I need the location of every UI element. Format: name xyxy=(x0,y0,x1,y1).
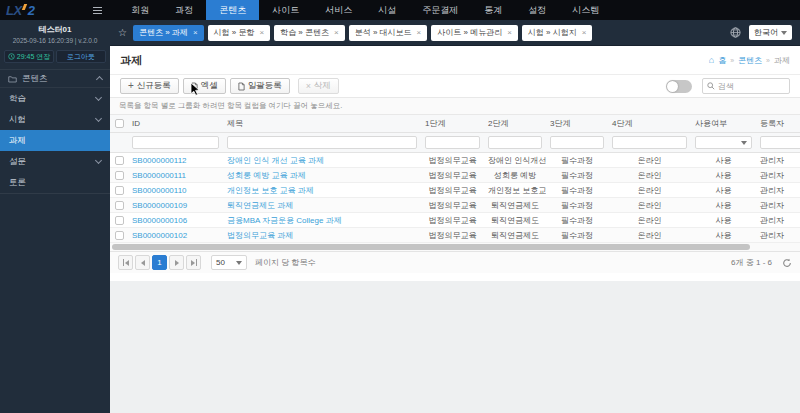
row-checkbox[interactable] xyxy=(115,156,124,165)
column-header-level3[interactable]: 3단계 xyxy=(546,118,608,129)
tab-close-icon[interactable]: × xyxy=(582,28,587,37)
top-nav-item[interactable]: 회원 xyxy=(118,0,162,20)
prev-page-button[interactable] xyxy=(135,255,150,270)
session-extend-button[interactable]: 29:45 연장 xyxy=(4,50,54,63)
row-title-link[interactable]: 법정의무교육 과제 xyxy=(227,231,293,240)
top-nav-item[interactable]: 과정 xyxy=(162,0,206,20)
new-register-button[interactable]: + 신규등록 xyxy=(120,78,179,94)
row-registrant: 관리자 xyxy=(756,215,800,226)
row-title-link[interactable]: 개인정보 보호 교육 과제 xyxy=(227,186,314,195)
tab-label: 사이트 » 메뉴관리 xyxy=(437,27,502,38)
sidebar-section-header[interactable]: 콘텐츠 xyxy=(0,69,110,88)
sidebar-item[interactable]: 학습 xyxy=(0,88,110,109)
top-nav-item[interactable]: 콘텐츠 xyxy=(206,0,259,20)
language-select[interactable]: 한국어 xyxy=(749,25,792,40)
table-row[interactable]: SB0000000110 개인정보 보호 교육 과제 법정의무교육 개인정보 보… xyxy=(110,183,800,198)
tab-close-icon[interactable]: × xyxy=(334,28,339,37)
page-tab[interactable]: 시험 » 문항 × xyxy=(208,25,271,41)
row-checkbox[interactable] xyxy=(115,216,124,225)
last-page-button[interactable] xyxy=(186,255,201,270)
column-header-level1[interactable]: 1단계 xyxy=(421,118,484,129)
filter-registrant-input[interactable] xyxy=(760,136,800,149)
breadcrumb-contents[interactable]: 콘텐츠 xyxy=(738,55,762,66)
delete-button[interactable]: × 삭제 xyxy=(298,78,339,94)
refresh-icon[interactable] xyxy=(782,258,792,268)
select-all-checkbox[interactable] xyxy=(115,119,124,128)
tab-close-icon[interactable]: × xyxy=(417,28,422,37)
row-id-link[interactable]: SB0000000109 xyxy=(132,201,187,210)
row-checkbox[interactable] xyxy=(115,186,124,195)
column-header-level4[interactable]: 4단계 xyxy=(608,118,691,129)
row-id-link[interactable]: SB0000000102 xyxy=(132,231,187,240)
row-id-link[interactable]: SB0000000106 xyxy=(132,216,187,225)
column-header-title[interactable]: 제목 xyxy=(223,118,421,129)
sidebar-item[interactable]: 시험 xyxy=(0,109,110,130)
top-nav-item[interactable]: 설정 xyxy=(515,0,559,20)
top-nav-item[interactable]: 사이트 xyxy=(259,0,312,20)
row-checkbox[interactable] xyxy=(115,231,124,240)
table-row[interactable]: SB0000000112 장애인 인식 개선 교육 과제 법정의무교육 장애인 … xyxy=(110,153,800,168)
table-row[interactable]: SB0000000109 퇴직연금제도 과제 법정의무교육 퇴직연금제도 필수과… xyxy=(110,198,800,213)
table-row[interactable]: SB0000000106 금융MBA 자금운용 College 과제 법정의무교… xyxy=(110,213,800,228)
page-tab[interactable]: 분석 » 대시보드 × xyxy=(349,25,428,41)
sidebar-item[interactable]: 토론 xyxy=(0,172,110,193)
row-registrant: 관리자 xyxy=(756,155,800,166)
row-title-link[interactable]: 금융MBA 자금운용 College 과제 xyxy=(227,216,342,225)
page-tab[interactable]: 사이트 » 메뉴관리 × xyxy=(431,25,518,41)
bulk-file-icon xyxy=(238,82,245,91)
logout-button[interactable]: 로그아웃 xyxy=(56,50,106,63)
column-header-use[interactable]: 사용여부 xyxy=(691,118,756,129)
filter-level3-input[interactable] xyxy=(550,136,604,149)
row-checkbox[interactable] xyxy=(115,201,124,210)
row-title-link[interactable]: 성희롱 예방 교육 과제 xyxy=(227,171,306,180)
column-header-id[interactable]: ID xyxy=(128,119,223,128)
row-use-status: 사용 xyxy=(691,185,756,196)
filter-level1-input[interactable] xyxy=(425,136,480,149)
breadcrumb-home[interactable]: 홈 xyxy=(718,55,726,66)
sidebar-item-label: 토론 xyxy=(9,177,26,189)
top-nav-item[interactable]: 주문결제 xyxy=(409,0,471,20)
row-checkbox[interactable] xyxy=(115,171,124,180)
table-row[interactable]: SB0000000102 법정의무교육 과제 법정의무교육 퇴직연금제도 필수과… xyxy=(110,228,800,243)
search-input[interactable] xyxy=(718,82,782,91)
first-page-button[interactable] xyxy=(118,255,133,270)
filter-title-input[interactable] xyxy=(227,136,417,149)
row-id-link[interactable]: SB0000000111 xyxy=(132,171,186,180)
current-page-button[interactable]: 1 xyxy=(152,255,167,270)
top-nav-item[interactable]: 시설 xyxy=(365,0,409,20)
row-title-link[interactable]: 장애인 인식 개선 교육 과제 xyxy=(227,156,324,165)
page-tab[interactable]: 학습 » 콘텐츠 × xyxy=(274,25,345,41)
row-title-link[interactable]: 퇴직연금제도 과제 xyxy=(227,201,293,210)
row-id-link[interactable]: SB0000000112 xyxy=(132,156,187,165)
column-header-registrant[interactable]: 등록자 xyxy=(756,118,800,129)
table-row[interactable]: SB0000000111 성희롱 예방 교육 과제 법정의무교육 성희롱 예방 … xyxy=(110,168,800,183)
row-id-link[interactable]: SB0000000110 xyxy=(132,186,187,195)
page-size-select[interactable]: 50 xyxy=(211,255,247,270)
top-nav-item[interactable]: 서비스 xyxy=(312,0,365,20)
plus-icon: + xyxy=(128,81,134,91)
scrollbar-thumb[interactable] xyxy=(112,244,750,250)
sidebar-item[interactable]: 과제 xyxy=(0,130,110,151)
top-nav-item[interactable]: 통계 xyxy=(471,0,515,20)
search-box xyxy=(702,78,790,94)
filter-use-select[interactable] xyxy=(695,136,752,149)
filter-toggle[interactable] xyxy=(666,80,692,93)
sidebar-item[interactable]: 설문 xyxy=(0,151,110,172)
filter-level4-input[interactable] xyxy=(612,136,687,149)
tab-close-icon[interactable]: × xyxy=(507,28,512,37)
favorite-star-icon[interactable]: ☆ xyxy=(118,27,127,38)
tab-close-icon[interactable]: × xyxy=(259,28,264,37)
bulk-register-button[interactable]: 일괄등록 xyxy=(230,78,290,94)
next-page-button[interactable] xyxy=(169,255,184,270)
hamburger-menu-icon[interactable] xyxy=(84,0,110,20)
tab-close-icon[interactable]: × xyxy=(193,28,198,37)
app-logo[interactable]: LX2 xyxy=(0,0,40,20)
group-by-bar[interactable]: 목록을 항목 별로 그룹화 하려면 항목 컬럼을 여기다 끌어 놓으세요. xyxy=(110,97,800,115)
filter-level2-input[interactable] xyxy=(488,136,542,149)
page-tab[interactable]: 콘텐츠 » 과제 × xyxy=(133,25,204,41)
page-tab[interactable]: 시험 » 시험지 × xyxy=(522,25,593,41)
column-header-level2[interactable]: 2단계 xyxy=(484,118,546,129)
top-nav-item[interactable]: 시스템 xyxy=(559,0,612,20)
excel-button[interactable]: 엑셀 xyxy=(183,78,226,94)
filter-id-input[interactable] xyxy=(132,136,219,149)
